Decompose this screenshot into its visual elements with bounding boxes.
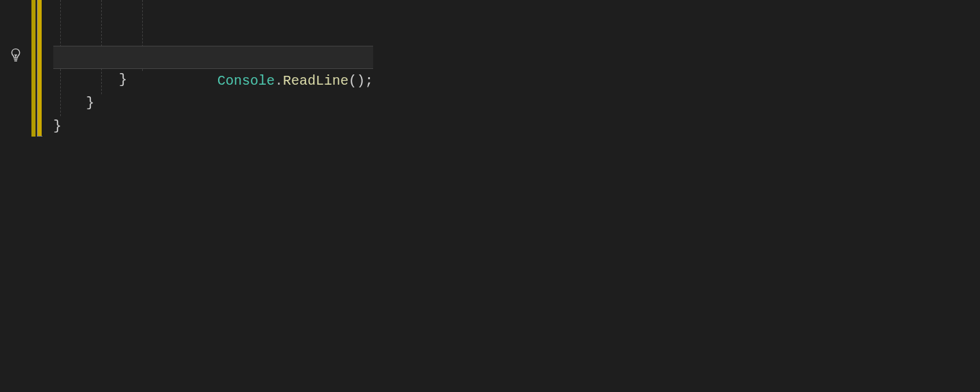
token-brace: } [86, 95, 94, 111]
code-line[interactable]: } [53, 92, 373, 115]
code-line[interactable]: } [53, 68, 373, 92]
code-text: } [53, 72, 127, 87]
token-brace: } [53, 118, 62, 134]
code-line[interactable] [53, 23, 373, 46]
code-line[interactable] [53, 0, 373, 23]
code-line-current[interactable]: Console.ReadLine(); [53, 46, 373, 69]
glyph-margin [0, 0, 30, 392]
lightbulb-icon[interactable] [10, 48, 23, 66]
code-editor[interactable]: Console.ReadLine(); } } } [0, 0, 980, 392]
outline-margin [30, 0, 53, 392]
code-line[interactable]: } [53, 115, 373, 138]
code-area[interactable]: Console.ReadLine(); } } } [53, 0, 980, 392]
token-brace: } [119, 72, 127, 87]
code-text: } [53, 118, 62, 134]
code-text: } [53, 95, 94, 111]
